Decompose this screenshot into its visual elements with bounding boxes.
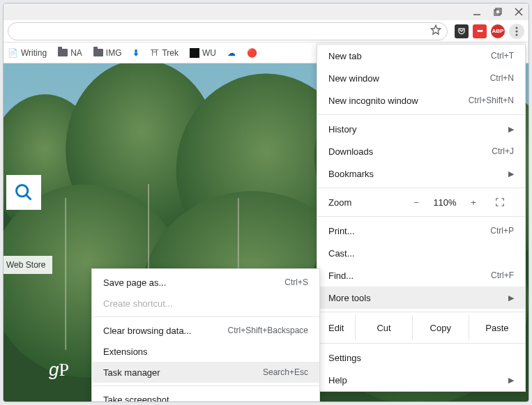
menu-label: Save page as... [103,277,166,288]
trek-icon: ⛩ [151,48,159,58]
menu-separator [317,343,525,344]
bookmark-writing[interactable]: 📄Writing [8,48,47,58]
menu-label: Task manager [103,367,160,378]
svg-point-6 [515,26,517,29]
search-tile[interactable] [6,175,41,210]
menu-label: Bookmarks [328,169,374,179]
menu-history[interactable]: History▶ [317,118,525,140]
adblock-extension-icon[interactable]: ABP [491,24,505,38]
menu-separator [317,312,525,312]
menu-label: Zoom [328,197,351,208]
menu-label: Print... [328,226,355,236]
menu-label: Downloads [328,146,373,157]
submenu-arrow-icon: ▶ [508,293,514,303]
submenu-arrow-icon: ▶ [508,169,514,178]
edit-label: Paste [485,323,508,333]
menu-shortcut: Ctrl+J [492,146,514,156]
menu-shortcut: Ctrl+T [491,51,514,61]
chrome-menu-button[interactable] [509,24,524,39]
close-button[interactable] [513,6,524,17]
menu-new-incognito[interactable]: New incognito windowCtrl+Shift+N [317,89,525,112]
menu-label: Create shortcut... [103,298,173,309]
folder-icon [93,49,103,56]
bookmark-download[interactable]: ⬇ [132,48,139,58]
menu-print[interactable]: Print...Ctrl+P [317,220,525,242]
submenu-take-screenshot[interactable]: Take screenshot [92,389,319,402]
maximize-button[interactable] [492,6,503,17]
fullscreen-button[interactable] [486,197,514,207]
minimize-button[interactable] [471,6,482,17]
menu-label: Cast... [328,248,355,259]
menu-shortcut: Ctrl+N [490,73,514,83]
submenu-create-shortcut: Create shortcut... [92,293,319,314]
svg-point-7 [515,30,517,32]
zoom-in-button[interactable]: + [461,197,486,208]
menu-separator [92,385,319,386]
menu-shortcut: Ctrl+Shift+Backspace [228,326,308,335]
submenu-extensions[interactable]: Extensions [92,341,319,362]
menu-label: Help [328,375,347,385]
svg-rect-1 [494,10,500,15]
menu-more-tools[interactable]: More tools▶ [317,286,525,309]
menu-help[interactable]: Help▶ [317,369,525,391]
menu-downloads[interactable]: DownloadsCtrl+J [317,140,525,162]
menu-separator [317,216,525,217]
menu-shortcut: Search+Esc [263,367,308,377]
menu-new-tab[interactable]: New tabCtrl+T [317,45,525,67]
submenu-save-page[interactable]: Save page as...Ctrl+S [92,272,319,293]
omnibox[interactable] [8,22,448,40]
submenu-arrow-icon: ▶ [508,376,514,385]
bookmark-img[interactable]: IMG [93,48,122,58]
menu-shortcut: Ctrl+F [491,270,514,280]
menu-label: Clear browsing data... [103,326,191,336]
lastpass-extension-icon[interactable]: ••• [473,24,487,38]
menu-cast[interactable]: Cast... [317,242,525,264]
edit-cut-button[interactable]: Cut [356,315,412,340]
svg-line-25 [26,195,31,200]
svg-rect-2 [496,8,501,14]
edit-copy-button[interactable]: Copy [413,315,469,340]
folder-icon [58,49,68,56]
bookmark-label: NA [70,48,82,58]
menu-separator [92,316,319,317]
bookmark-label: IMG [106,48,122,58]
bookmark-label: Writing [21,48,47,58]
menu-shortcut: Ctrl+S [284,277,308,287]
chrome-main-menu: New tabCtrl+T New windowCtrl+N New incog… [317,44,526,392]
bookmark-onedrive[interactable]: ☁ [227,48,236,58]
submenu-task-manager[interactable]: Task managerSearch+Esc [92,362,319,383]
menu-separator [317,114,525,115]
webstore-label: Web Store [6,260,45,270]
wu-icon [190,48,199,58]
svg-point-8 [515,33,517,36]
menu-bookmarks[interactable]: Bookmarks▶ [317,162,525,185]
menu-label: Extensions [103,346,148,357]
menu-label: Settings [328,353,361,363]
submenu-arrow-icon: ▶ [508,125,514,134]
menu-new-window[interactable]: New windowCtrl+N [317,67,525,89]
pocket-extension-icon[interactable] [455,24,469,38]
bookmark-star-icon[interactable] [430,24,441,38]
more-tools-submenu: Save page as...Ctrl+S Create shortcut...… [91,268,320,402]
search-icon [14,183,33,202]
bookmark-label: Trek [162,48,178,58]
bookmark-trek[interactable]: ⛩Trek [151,48,178,58]
bookmark-photos[interactable]: 🔴 [247,48,257,58]
zoom-out-button[interactable]: − [404,197,429,208]
submenu-clear-data[interactable]: Clear browsing data...Ctrl+Shift+Backspa… [92,320,319,341]
menu-shortcut: Ctrl+Shift+N [469,95,514,105]
folder-icon: 📄 [8,48,18,58]
title-bar [3,3,529,20]
bookmark-label: WU [202,48,216,58]
menu-settings[interactable]: Settings [317,346,525,369]
bookmark-na[interactable]: NA [58,48,82,58]
onedrive-icon: ☁ [227,48,236,58]
menu-edit-row: Edit Cut Copy Paste [317,315,525,340]
webstore-tile[interactable]: Web Store [3,256,52,274]
menu-find[interactable]: Find...Ctrl+F [317,264,525,286]
edit-label: Copy [430,323,451,333]
photos-icon: 🔴 [247,48,257,58]
menu-label: Take screenshot [103,395,169,403]
bookmark-wu[interactable]: WU [190,48,216,58]
edit-paste-button[interactable]: Paste [469,315,525,340]
